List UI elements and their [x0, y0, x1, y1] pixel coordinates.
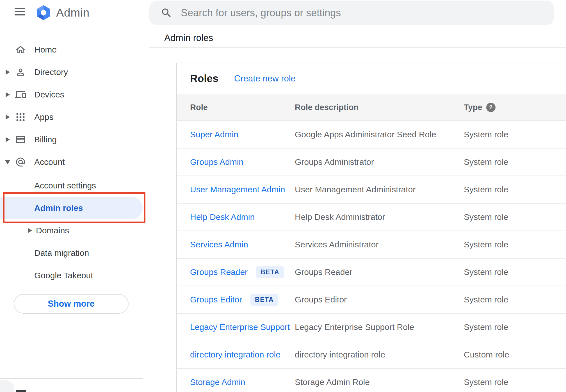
search-bar[interactable]	[149, 1, 554, 25]
role-type: System role	[464, 240, 566, 249]
sidebar-item-label: Billing	[34, 135, 57, 144]
table-row: Storage Admin Storage Admin Role System …	[177, 369, 566, 392]
role-description: Groups Reader	[295, 267, 464, 277]
role-description: Google Apps Administrator Seed Role	[295, 130, 464, 139]
role-link[interactable]: Groups Editor	[190, 295, 242, 304]
search-input[interactable]	[180, 7, 554, 19]
apps-icon	[15, 112, 26, 122]
role-type: System role	[464, 295, 566, 304]
role-link[interactable]: Services Admin	[190, 240, 248, 249]
person-icon	[15, 67, 26, 78]
sidebar-item-directory[interactable]: Directory	[0, 61, 143, 83]
logo-text: Admin	[56, 6, 90, 19]
roles-title: Roles	[190, 73, 218, 85]
menu-icon[interactable]	[15, 8, 25, 16]
create-new-role-link[interactable]: Create new role	[234, 74, 296, 84]
credit-card-icon	[15, 134, 26, 145]
role-description: Storage Admin Role	[295, 377, 464, 387]
sidebar-item-apps[interactable]: Apps	[0, 106, 143, 128]
table-row: Groups Editor BETA Groups Editor System …	[177, 286, 566, 314]
sidebar-item-label: Account settings	[34, 181, 96, 190]
role-type: System role	[464, 267, 566, 277]
sidebar-item-home[interactable]: Home	[0, 38, 143, 61]
role-description: Help Desk Administrator	[295, 212, 464, 222]
header-divider	[149, 47, 566, 48]
sidebar-item-label: Account	[34, 157, 65, 167]
help-icon[interactable]: ?	[486, 103, 496, 112]
table-row: Help Desk Admin Help Desk Administrator …	[177, 204, 566, 231]
sidebar-item-admin-roles[interactable]: Admin roles	[0, 197, 143, 219]
sidebar-item-domains[interactable]: Domains	[0, 219, 143, 242]
role-description: Groups Editor	[295, 295, 464, 304]
sidebar-item-label: Home	[34, 45, 57, 54]
role-link[interactable]: User Management Admin	[190, 185, 285, 194]
sidebar-item-account-settings[interactable]: Account settings	[0, 174, 143, 197]
sidebar-item-label: Directory	[34, 67, 68, 77]
sidebar-bottom-divider	[0, 378, 143, 379]
role-link[interactable]: Groups Admin	[190, 157, 243, 167]
collapse-arrow-icon[interactable]	[4, 160, 11, 164]
role-type: System role	[464, 212, 566, 222]
sidebar-item-devices[interactable]: Devices	[0, 83, 143, 106]
breadcrumb: Admin roles	[164, 33, 213, 43]
table-row: directory integration role directory int…	[177, 341, 566, 369]
sidebar-item-label: Apps	[34, 112, 53, 122]
sidebar-item-label: Admin roles	[34, 203, 83, 213]
role-type: System role	[464, 157, 566, 167]
role-description: Legacy Enterprise Support Role	[295, 322, 464, 332]
sidebar-item-google-takeout[interactable]: Google Takeout	[0, 264, 143, 287]
show-more-button[interactable]: Show more	[14, 294, 129, 314]
expand-arrow-icon[interactable]	[27, 228, 33, 233]
role-link[interactable]: Groups Reader	[190, 267, 248, 277]
beta-badge: BETA	[250, 294, 278, 306]
expand-arrow-icon[interactable]	[4, 115, 11, 120]
table-row: Groups Reader BETA Groups Reader System …	[177, 259, 566, 286]
expand-arrow-icon[interactable]	[4, 137, 11, 142]
column-header-type: Type ?	[464, 103, 566, 112]
home-icon	[15, 44, 26, 55]
role-type: System role	[464, 130, 566, 139]
table-row: Legacy Enterprise Support Legacy Enterpr…	[177, 314, 566, 341]
at-email-icon	[15, 157, 26, 167]
table-header-row: Role Role description Type ?	[177, 94, 566, 121]
role-type: Custom role	[464, 350, 566, 359]
table-row: Services Admin Services Administrator Sy…	[177, 231, 566, 259]
expand-arrow-icon[interactable]	[4, 92, 11, 97]
sidebar-item-label: Data migration	[34, 248, 89, 258]
bottom-item-highlight	[0, 380, 14, 392]
beta-badge: BETA	[256, 266, 284, 278]
devices-icon	[15, 89, 26, 100]
sidebar-item-account[interactable]: Account	[0, 151, 143, 173]
role-type: System role	[464, 185, 566, 194]
role-link[interactable]: directory integration role	[190, 350, 280, 359]
table-row: Super Admin Google Apps Administrator Se…	[177, 121, 566, 149]
role-type: System role	[464, 377, 566, 387]
search-icon	[161, 7, 172, 19]
role-description: directory integration role	[295, 350, 464, 359]
role-link[interactable]: Help Desk Admin	[190, 212, 255, 222]
table-row: User Management Admin User Management Ad…	[177, 176, 566, 204]
expand-arrow-icon[interactable]	[4, 70, 11, 75]
roles-card-header: Roles Create new role	[177, 63, 566, 94]
column-header-description: Role description	[295, 103, 464, 112]
roles-card: Roles Create new role Role Role descript…	[176, 63, 566, 392]
sidebar-item-label: Domains	[36, 226, 69, 235]
partial-bottom-icon	[16, 390, 26, 392]
role-description: Groups Administrator	[295, 157, 464, 167]
role-link[interactable]: Legacy Enterprise Support	[190, 322, 290, 332]
role-link[interactable]: Storage Admin	[190, 377, 245, 387]
admin-logo[interactable]: Admin	[35, 4, 90, 21]
column-header-role: Role	[190, 103, 295, 112]
table-row: Groups Admin Groups Administrator System…	[177, 149, 566, 176]
sidebar-item-label: Google Takeout	[34, 271, 93, 280]
admin-hexagon-icon	[35, 4, 52, 21]
sidebar-item-billing[interactable]: Billing	[0, 128, 143, 151]
role-link[interactable]: Super Admin	[190, 130, 238, 139]
role-description: User Management Administrator	[295, 185, 464, 194]
role-type: System role	[464, 322, 566, 332]
sidebar-item-data-migration[interactable]: Data migration	[0, 242, 143, 264]
sidebar-item-label: Devices	[34, 90, 64, 99]
role-description: Services Administrator	[295, 240, 464, 249]
